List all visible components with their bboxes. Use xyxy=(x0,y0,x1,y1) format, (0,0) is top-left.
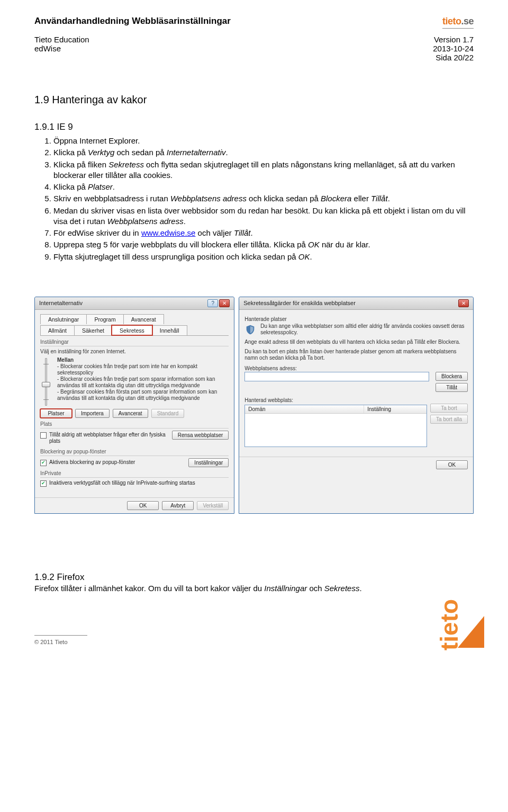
list-item: Öppna Internet Explorer. xyxy=(53,136,474,146)
inprivate-checkbox-label: Inaktivera verktygsfält och tillägg när … xyxy=(49,480,195,486)
ok-button[interactable]: OK xyxy=(127,501,159,510)
avancerat-button[interactable]: Avancerat xyxy=(113,409,148,418)
popup-settings-button[interactable]: Inställningar xyxy=(188,458,229,467)
tab-sekretess[interactable]: Sekretess xyxy=(112,325,152,335)
header-page: Sida 20/22 xyxy=(433,53,474,62)
firefox-heading: 1.9.2 Firefox xyxy=(34,572,474,583)
steps-list: Öppna Internet Explorer. Klicka på Verkt… xyxy=(44,136,474,262)
managed-sites-list[interactable]: Domän Inställning xyxy=(244,405,427,447)
logo-text-tld: .se xyxy=(461,16,474,26)
para1: Ange exakt adress till den webbplats du … xyxy=(244,339,468,345)
inprivate-label: InPrivate xyxy=(40,470,229,476)
header-org: Tieto Education xyxy=(34,35,89,44)
close-icon[interactable]: ✕ xyxy=(219,299,230,307)
list-item: Skriv en webbplatsadress i rutan Webbpla… xyxy=(53,193,474,204)
dialog-title: Sekretessåtgärder för enskilda webbplats… xyxy=(243,300,356,306)
list-item: Upprepa steg 5 för varje webbplats du vi… xyxy=(53,239,474,250)
header-left-meta: Tieto Education edWise xyxy=(34,35,89,62)
list-item: Medan du skriver visas en lista över web… xyxy=(53,206,474,227)
popup-checkbox-label: Aktivera blockering av popup-fönster xyxy=(49,459,135,466)
column-domain: Domän xyxy=(245,405,364,413)
header-date: 2013-10-24 xyxy=(433,44,474,53)
screenshot-row: Internetalternativ ? ✕ Anslutningar Prog… xyxy=(34,297,474,514)
settings-label: Inställningar xyxy=(40,339,229,345)
platser-button[interactable]: Platser xyxy=(40,409,72,418)
logo-text-brand: tieto xyxy=(442,16,461,26)
page-title: Användarhandledning Webbläsarinställning… xyxy=(34,16,231,26)
verkstall-button: Verkställ xyxy=(197,501,229,510)
section-heading: 1.9 Hanteringa av kakor xyxy=(34,94,474,106)
help-icon[interactable]: ? xyxy=(207,299,218,307)
tabort-button: Ta bort xyxy=(430,404,468,413)
copyright: © 2011 Tieto xyxy=(34,639,474,645)
zone-text: Välj en inställning för zonen Internet. xyxy=(40,349,229,355)
tab-anslutningar[interactable]: Anslutningar xyxy=(40,314,87,324)
dialog-title: Internetalternativ xyxy=(39,300,83,306)
blockera-button[interactable]: Blockera xyxy=(436,372,468,381)
column-setting: Inställning xyxy=(364,405,427,413)
list-item: Flytta skjutreglaget till dess ursprungl… xyxy=(53,252,474,262)
standard-button: Standard xyxy=(151,409,185,418)
privacy-bullet: - Blockerar cookies från tredje part som… xyxy=(57,363,229,376)
privacy-slider[interactable] xyxy=(40,357,52,406)
avbryt-button[interactable]: Avbryt xyxy=(162,501,194,510)
managed-sites-heading: Hanterade platser xyxy=(244,316,468,322)
tieto-logo-large: tieto xyxy=(410,566,484,650)
privacy-level: Mellan xyxy=(57,357,229,363)
internet-options-dialog: Internetalternativ ? ✕ Anslutningar Prog… xyxy=(34,297,234,514)
importera-button[interactable]: Importera xyxy=(75,409,110,418)
privacy-sites-dialog: Sekretessåtgärder för enskilda webbplats… xyxy=(239,297,474,514)
header-product: edWise xyxy=(34,44,89,53)
tab-avancerat[interactable]: Avancerat xyxy=(123,314,164,324)
list-item: Klicka på Verktyg och sedan på Interneta… xyxy=(53,147,474,158)
close-icon[interactable]: ✕ xyxy=(458,299,469,307)
rensa-webbplatser-button[interactable]: Rensa webbplatser xyxy=(172,431,229,440)
plats-label: Plats xyxy=(40,421,229,427)
tab-innehall[interactable]: Innehåll xyxy=(152,325,187,335)
ok-button[interactable]: OK xyxy=(436,460,468,469)
list-item: Klicka på Platser. xyxy=(53,182,474,192)
edwise-link[interactable]: www.edwise.se xyxy=(141,228,196,237)
intro-text: Du kan ange vilka webbplatser som alltid… xyxy=(260,323,468,336)
shield-icon xyxy=(244,324,256,336)
subsection-heading: 1.9.1 IE 9 xyxy=(34,122,474,132)
address-label: Webbplatsens adress: xyxy=(244,365,468,372)
list-item: Klicka på fliken Sekretess och flytta se… xyxy=(53,159,474,181)
list-item: För edWise skriver du in www.edwise.se o… xyxy=(53,228,474,238)
website-address-input[interactable] xyxy=(244,372,429,381)
brand-logo: tieto.se xyxy=(442,16,474,29)
location-checkbox[interactable] xyxy=(40,432,47,439)
tab-sakerhet[interactable]: Säkerhet xyxy=(74,325,112,335)
firefox-text: Firefox tillåter i allmänhet kakor. Om d… xyxy=(34,584,474,593)
popup-checkbox[interactable]: ✔ xyxy=(40,460,47,466)
tab-program[interactable]: Program xyxy=(86,314,123,324)
svg-text:tieto: tieto xyxy=(436,599,463,650)
header-right-meta: Version 1.7 2013-10-24 Sida 20/22 xyxy=(433,35,474,62)
tabort-alla-button: Ta bort alla xyxy=(430,415,468,424)
popup-label: Blockering av popup-fönster xyxy=(40,449,229,454)
tab-allmant[interactable]: Allmänt xyxy=(40,325,75,335)
location-checkbox-label: Tillåt aldrig att webbplatser frågar eft… xyxy=(49,432,168,444)
header-version: Version 1.7 xyxy=(433,35,474,44)
para2: Du kan ta bort en plats från listan över… xyxy=(244,349,468,361)
inprivate-checkbox[interactable]: ✔ xyxy=(40,480,47,487)
privacy-bullet: - Blockerar cookies från tredje part som… xyxy=(57,376,229,389)
privacy-bullet: - Begränsar cookies från första part som… xyxy=(57,389,229,401)
tillat-button[interactable]: Tillåt xyxy=(436,383,468,392)
managed-label: Hanterad webbplats: xyxy=(244,397,468,404)
